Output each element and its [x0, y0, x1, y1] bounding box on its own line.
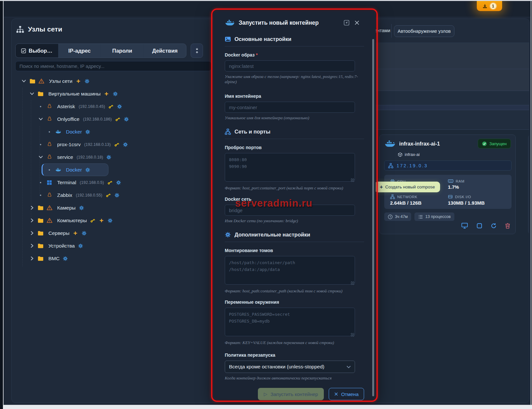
- chev-right-icon[interactable]: [29, 243, 35, 248]
- screen: 1 Узлы сети Выбор…IP-адресПаролиДействия…: [0, 0, 532, 409]
- segment-Выбор…[interactable]: Выбор…: [16, 44, 58, 58]
- stat-label: RAM: [456, 179, 464, 183]
- key-icon: [108, 104, 114, 109]
- gear-icon: [225, 232, 231, 238]
- cancel-button[interactable]: Отмена: [329, 388, 364, 400]
- chev-down-icon[interactable]: [29, 91, 35, 96]
- tree-item-label: Docker: [66, 129, 82, 135]
- container-ip-bar[interactable]: 172.19.0.3: [384, 160, 512, 171]
- chev-down-icon[interactable]: [38, 155, 44, 160]
- create-compose-button[interactable]: + Создать новый compose: [374, 182, 440, 192]
- stop-icon[interactable]: [476, 223, 482, 229]
- list-icon: [418, 215, 423, 219]
- gear-icon[interactable]: [122, 142, 128, 147]
- linux-icon: [46, 142, 52, 147]
- gear-icon[interactable]: [114, 193, 120, 198]
- tree-item-label: service: [57, 154, 73, 160]
- tree-item-label: BMC: [48, 256, 59, 262]
- key-icon: [107, 180, 113, 185]
- volumes-textarea[interactable]: [225, 256, 355, 285]
- stack-name: infrax-ai: [405, 152, 420, 157]
- chev-down-icon[interactable]: [21, 79, 27, 83]
- gear-icon[interactable]: [62, 256, 68, 261]
- status-badge: Запущен: [478, 139, 511, 148]
- image-input[interactable]: [225, 60, 355, 71]
- add-node-icon[interactable]: +: [75, 78, 81, 84]
- segment-label: Действия: [152, 48, 178, 54]
- gear-icon[interactable]: [117, 104, 122, 109]
- minimize-window-icon[interactable]: [343, 19, 350, 26]
- divider: [225, 139, 364, 139]
- warning-icon: [46, 205, 52, 210]
- modal-scrollbar[interactable]: [372, 39, 374, 396]
- container-name-input[interactable]: [225, 102, 355, 113]
- search-input[interactable]: Поиск по имени, hostname, IP адресу...: [15, 61, 211, 71]
- window-frame-right: [531, 1, 531, 405]
- tree-item-Docker[interactable]: •Docker: [42, 163, 108, 176]
- x-icon: [334, 392, 338, 396]
- download-icon: [482, 4, 488, 8]
- field-env-help: Формат: KEY=VALUE (каждая переменная с н…: [225, 340, 360, 345]
- segment-IP-адрес[interactable]: IP-адрес: [58, 44, 101, 58]
- tree-item-ip: (192.168.0.13): [84, 142, 110, 147]
- folder-icon: [30, 79, 35, 84]
- gear-icon[interactable]: [85, 167, 91, 173]
- field-network-help: Имя Docker сети (по умолчанию: bridge): [225, 218, 360, 224]
- run-container-button[interactable]: ▷Запустить контейнер: [258, 388, 324, 400]
- add-node-icon[interactable]: +: [72, 230, 78, 236]
- key-icon: [105, 192, 111, 198]
- segment-Действия[interactable]: Действия: [144, 44, 186, 58]
- section-network: Сеть и порты: [225, 129, 360, 135]
- field-name-label: Имя контейнера: [225, 94, 360, 99]
- gear-icon[interactable]: [84, 79, 90, 84]
- close-icon[interactable]: [354, 20, 360, 25]
- add-node-icon[interactable]: +: [98, 217, 104, 224]
- gear-icon[interactable]: [123, 117, 129, 122]
- gear-icon[interactable]: [79, 205, 84, 211]
- divider: [225, 242, 364, 242]
- bullet-icon: •: [38, 104, 44, 109]
- ports-textarea[interactable]: [225, 153, 355, 182]
- add-node-icon[interactable]: +: [104, 90, 109, 97]
- folder-icon: [38, 205, 44, 211]
- field-ports-help: Формат: host_port:container_port (каждый…: [225, 185, 360, 191]
- env-textarea[interactable]: [225, 308, 355, 336]
- chev-right-icon[interactable]: [29, 218, 35, 223]
- tab-autodiscovery[interactable]: Автообнаружение узлов: [394, 25, 454, 37]
- image-icon: [225, 36, 231, 42]
- container-name: infrax-infrax-ai-1: [399, 141, 440, 147]
- toolbar-segments: Выбор…IP-адресПаролиДействия: [15, 44, 186, 58]
- restart-policy-select[interactable]: Всегда кроме остановки (unless-stopped): [225, 361, 355, 373]
- gear-icon[interactable]: [106, 155, 112, 160]
- modal-header: Запустить новый контейнер: [225, 18, 360, 28]
- downloads-button[interactable]: 1: [477, 1, 502, 11]
- gear-icon[interactable]: [112, 91, 118, 96]
- gear-icon[interactable]: [78, 243, 83, 249]
- tree-item-label: prox-1csrv: [57, 142, 81, 147]
- plus-icon: +: [380, 184, 383, 190]
- gear-icon[interactable]: [116, 180, 121, 185]
- chev-right-icon[interactable]: [29, 205, 35, 210]
- key-icon: [90, 218, 95, 224]
- chev-right-icon[interactable]: [29, 256, 35, 261]
- horizontal-scrollbar[interactable]: [3, 405, 532, 409]
- status-label: Запущен: [489, 141, 507, 146]
- gear-icon[interactable]: [85, 129, 91, 134]
- chev-down-icon[interactable]: [38, 117, 44, 121]
- stat-NETWORK: NETWORK2.64kB / 126B: [390, 194, 448, 206]
- tree-item-ip: (192.168.0.5): [80, 180, 104, 185]
- segment-Пароли[interactable]: Пароли: [101, 44, 144, 58]
- console-icon[interactable]: [461, 223, 468, 229]
- divider: [225, 46, 364, 46]
- delete-icon[interactable]: [505, 223, 510, 229]
- chev-right-icon[interactable]: [29, 231, 35, 236]
- gear-icon[interactable]: [81, 231, 87, 236]
- segment-label: Выбор…: [29, 48, 52, 54]
- stat-value: 1.7%: [448, 184, 506, 190]
- restart-icon[interactable]: [491, 223, 497, 229]
- collapse-all-button[interactable]: [191, 44, 203, 58]
- linux-icon: [46, 104, 52, 109]
- folder-icon: [38, 91, 44, 96]
- bullet-icon: •: [38, 180, 44, 185]
- gear-icon[interactable]: [107, 218, 113, 223]
